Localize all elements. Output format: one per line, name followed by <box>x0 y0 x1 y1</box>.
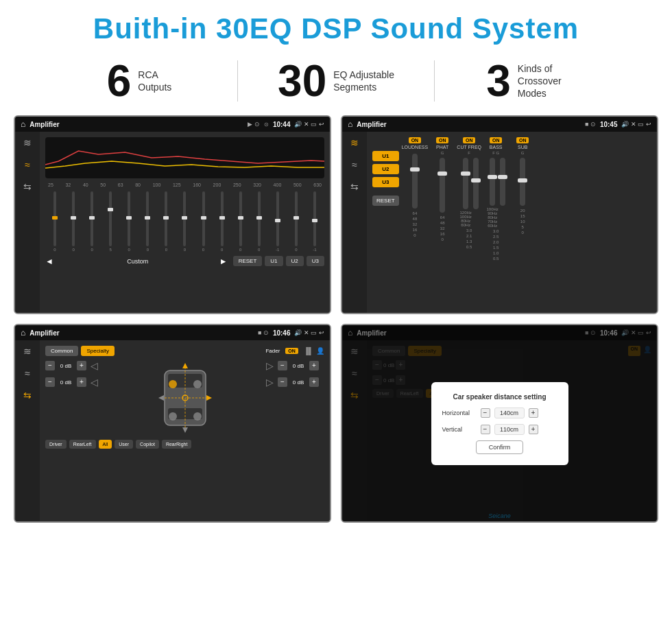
bass-f: 100Hz 90Hz 80Hz 70Hz 60Hz <box>487 156 499 228</box>
car-diagram <box>106 360 263 436</box>
channel-strips: ON LOUDNESS 64 48 32 16 0 ON <box>402 137 651 307</box>
dialog-title: Car speaker distance setting <box>442 393 557 401</box>
screen-dialog: ⌂ Amplifier ■ ⊙ 10:46 🔊 ✕ ▭ ↩ ≋ ≈ ⇆ Comm… <box>341 324 658 523</box>
bass-g <box>500 156 505 228</box>
u1-btn[interactable]: U1 <box>372 151 399 161</box>
screen3-status-icons: 🔊 ✕ ▭ ↩ <box>294 329 324 336</box>
screen3-time: 10:46 <box>273 329 291 337</box>
u3-btn[interactable]: U3 <box>307 256 324 266</box>
all-btn[interactable]: All <box>99 440 112 449</box>
cutfreq-strip: ON CUT FREQ F 120Hz 100Hz 80Hz <box>457 137 481 307</box>
cutfreq-f-slider[interactable] <box>473 158 479 209</box>
bot-left-minus[interactable]: − <box>45 377 55 387</box>
cutfreq-g-slider[interactable] <box>463 158 468 209</box>
bass-g-slider[interactable] <box>500 158 505 206</box>
top-right-plus[interactable]: + <box>309 361 319 370</box>
left-controls: − 0 dB + ◁ − 0 dB + ◁ <box>45 360 104 436</box>
phat-slider[interactable] <box>440 158 445 213</box>
screen2-title: Amplifier <box>357 121 581 128</box>
driver-btn[interactable]: Driver <box>45 440 67 449</box>
u2-btn[interactable]: U2 <box>286 256 304 266</box>
sidebar2-wave-icon[interactable]: ≈ <box>352 159 357 170</box>
eq-slider-0: 0 <box>47 191 63 252</box>
loudness-toggle[interactable]: ON <box>409 137 422 143</box>
stat-desc-eq: EQ AdjustableSegments <box>333 69 394 93</box>
eq-slider-1: 0 <box>65 191 82 252</box>
on-badge: ON <box>285 348 298 354</box>
screen3-tabs: Common Specialty Fader ON ▐▌ 👤 <box>45 346 324 356</box>
bass-f-slider[interactable] <box>490 158 495 206</box>
home-icon[interactable]: ⌂ <box>21 119 25 129</box>
screen-amp: ⌂ Amplifier ■ ⊙ 10:45 🔊 ✕ ▭ ↩ ≋ ≈ ⇆ U1 U… <box>341 115 658 314</box>
vertical-plus[interactable]: + <box>529 425 538 434</box>
phat-strip: ON PHAT G 64 48 32 16 0 <box>430 137 455 307</box>
copilot-btn[interactable]: Copilot <box>136 440 159 449</box>
screen3-title: Amplifier <box>29 329 254 337</box>
eq-slider-13: 0 <box>288 191 304 252</box>
bot-right-minus[interactable]: − <box>278 377 287 387</box>
vertical-minus[interactable]: − <box>481 425 490 434</box>
speaker-right2-icon: ▷ <box>266 377 274 388</box>
horizontal-minus[interactable]: − <box>481 408 490 418</box>
svg-marker-13 <box>206 395 212 401</box>
phat-toggle[interactable]: ON <box>436 137 449 143</box>
u1-btn[interactable]: U1 <box>265 256 283 266</box>
rearright-btn[interactable]: RearRight <box>162 440 192 449</box>
screen2-home-icon[interactable]: ⌂ <box>348 119 352 129</box>
distance-dialog: Car speaker distance setting Horizontal … <box>431 382 568 465</box>
stats-row: 6 RCAOutputs 30 EQ AdjustableSegments 3 … <box>0 52 672 115</box>
prev-btn[interactable]: ◄ <box>45 257 53 266</box>
bass-toggle[interactable]: ON <box>490 137 503 143</box>
reset-btn[interactable]: RESET <box>233 256 263 266</box>
sub-slider[interactable] <box>520 158 525 206</box>
top-left-minus[interactable]: − <box>45 361 55 370</box>
reset-btn[interactable]: RESET <box>372 196 399 206</box>
speaker-left-icon: ◁ <box>91 360 98 371</box>
screen3-sidebar: ≋ ≈ ⇆ <box>15 340 40 521</box>
bass-sliders: 100Hz 90Hz 80Hz 70Hz 60Hz <box>487 156 505 228</box>
sidebar-wave-icon[interactable]: ≈ <box>25 159 30 170</box>
loudness-slider[interactable] <box>412 154 418 209</box>
sidebar2-eq-icon[interactable]: ≋ <box>350 137 359 148</box>
profile-icon[interactable]: 👤 <box>316 347 324 355</box>
specialty-tab[interactable]: Specialty <box>81 346 114 356</box>
u2-btn[interactable]: U2 <box>372 164 399 174</box>
eq-slider-11: 0 <box>251 191 267 252</box>
screen4-content: ≋ ≈ ⇆ Common Specialty ON 👤 − 0 <box>342 340 657 521</box>
eq-slider-5: 0 <box>139 191 156 252</box>
u3-btn[interactable]: U3 <box>372 177 399 187</box>
sub-toggle[interactable]: ON <box>516 137 529 143</box>
sidebar3-eq-icon[interactable]: ≋ <box>23 346 32 357</box>
rearleft-btn[interactable]: RearLeft <box>69 440 96 449</box>
screen2-main: U1 U2 U3 RESET ON LOUDNESS 64 <box>367 132 657 313</box>
top-right-minus[interactable]: − <box>278 361 287 370</box>
page-title: Buith-in 30EQ DSP Sound System <box>0 12 672 45</box>
bot-left-plus[interactable]: + <box>77 377 86 387</box>
svg-point-6 <box>193 412 202 421</box>
bot-right-plus[interactable]: + <box>309 377 319 387</box>
next-btn[interactable]: ► <box>219 257 228 266</box>
screen1-content: ≋ ≈ ⇆ 2532 4050 6380 100125 <box>15 132 330 313</box>
sidebar2-channel-icon[interactable]: ⇆ <box>350 181 359 192</box>
common-tab[interactable]: Common <box>45 346 78 356</box>
eq-slider-9: 0 <box>214 191 230 252</box>
screen3-statusbar: ⌂ Amplifier ■ ⊙ 10:46 🔊 ✕ ▭ ↩ <box>15 325 330 340</box>
eq-slider-6: 0 <box>158 191 174 252</box>
screen3-home-icon[interactable]: ⌂ <box>21 328 25 338</box>
user-btn[interactable]: User <box>115 440 133 449</box>
cutfreq-sliders: 120Hz 100Hz 80Hz 60Hz <box>460 156 479 227</box>
eq-freq-labels: 2532 4050 6380 100125 160200 250320 4005… <box>45 182 324 187</box>
confirm-button[interactable]: Confirm <box>476 440 524 454</box>
screen1-time: 10:44 <box>273 121 291 128</box>
sidebar3-wave-icon[interactable]: ≈ <box>25 368 30 379</box>
horizontal-plus[interactable]: + <box>529 408 538 418</box>
stat-desc-crossover: Kinds ofCrossover Modes <box>518 62 579 100</box>
sidebar-channel-icon[interactable]: ⇆ <box>23 181 32 192</box>
stat-rca: 6 RCAOutputs <box>41 59 237 103</box>
sidebar3-channel-icon[interactable]: ⇆ <box>23 390 32 401</box>
sidebar-eq-icon[interactable]: ≋ <box>23 137 32 148</box>
top-left-plus[interactable]: + <box>77 361 86 370</box>
screen3-content: ≋ ≈ ⇆ Common Specialty Fader ON ▐▌ 👤 <box>15 340 330 521</box>
cutfreq-toggle[interactable]: ON <box>463 137 476 143</box>
screen1-icons: ▶ ⊙ <box>248 121 260 128</box>
